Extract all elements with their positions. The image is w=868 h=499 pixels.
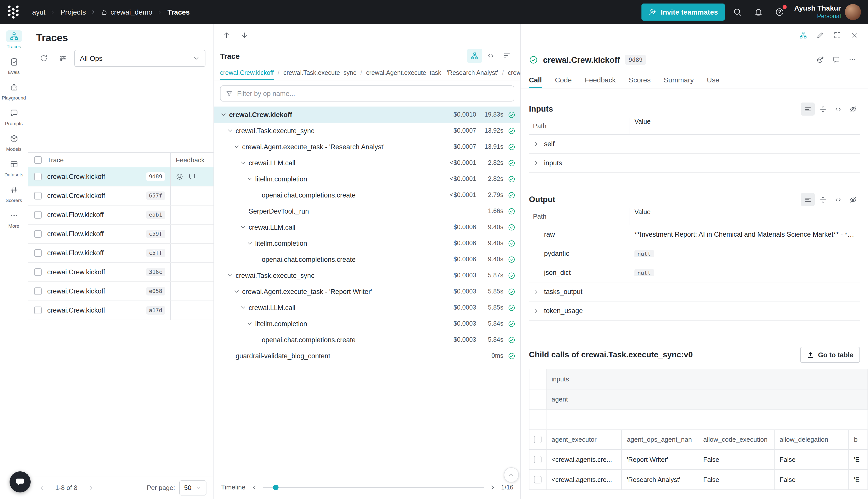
add-reaction-icon[interactable] [813, 53, 828, 67]
row-checkbox[interactable] [34, 268, 41, 276]
chevron-right-icon[interactable] [533, 307, 541, 314]
chevron-right-icon[interactable] [533, 289, 541, 295]
chevron-right-icon[interactable] [533, 141, 541, 147]
peek-tab[interactable]: crewai.Task.execute_sync [283, 65, 356, 80]
peek-tab[interactable]: crewai.Crew.kickoff [220, 65, 274, 80]
timeline-prev-icon[interactable] [250, 484, 258, 491]
trace-tree-row[interactable]: litellm.completion $0.0003 5.84s [214, 316, 520, 332]
chevron-down-icon[interactable] [226, 127, 236, 134]
chevron-right-icon[interactable] [533, 160, 541, 166]
more-options-icon[interactable] [845, 53, 860, 67]
chevron-down-icon[interactable] [246, 240, 255, 247]
breadcrumb-project[interactable]: crewai_demo [101, 8, 152, 16]
call-id-badge[interactable]: 9d89 [625, 55, 646, 65]
trace-row[interactable]: crewai.Flow.kickoff eab1 [28, 206, 213, 224]
trace-row[interactable]: crewai.Flow.kickoff c59f [28, 224, 213, 244]
output-row-json-dict[interactable]: json_dict null [529, 263, 860, 282]
row-checkbox[interactable] [534, 456, 542, 463]
trace-row[interactable]: crewai.Crew.kickoff 316c [28, 263, 213, 282]
op-filter-text[interactable] [237, 90, 509, 97]
breadcrumb-org[interactable]: ayut [32, 8, 46, 16]
refresh-icon[interactable] [36, 51, 51, 65]
trace-row[interactable]: crewai.Flow.kickoff c5ff [28, 244, 213, 263]
op-filter-input[interactable] [220, 85, 514, 101]
breadcrumb-page[interactable]: Traces [168, 8, 190, 16]
trace-tree-row[interactable]: crewai.Task.execute_sync $0.0003 5.87s [214, 267, 520, 283]
list-view-icon[interactable] [801, 102, 815, 115]
cell-allow-delegation[interactable]: False [774, 450, 849, 470]
breadcrumb-projects[interactable]: Projects [61, 8, 86, 16]
filter-settings-icon[interactable] [55, 51, 70, 65]
cell-allow-code-execution[interactable]: False [698, 450, 774, 470]
select-all-checkbox[interactable] [34, 156, 41, 163]
column-header[interactable]: allow_delegation [774, 430, 849, 450]
chevron-down-icon[interactable] [233, 143, 242, 150]
cell-allow-delegation[interactable]: False [774, 470, 849, 490]
input-row-self[interactable]: self [529, 135, 860, 154]
flame-view-icon[interactable] [499, 49, 514, 63]
cell-backstory[interactable]: 'E [849, 470, 868, 490]
next-call-icon[interactable] [237, 28, 252, 42]
peek-tree-icon[interactable] [796, 28, 811, 42]
chevron-down-icon[interactable] [220, 111, 229, 118]
code-view-icon[interactable] [831, 193, 845, 206]
edit-icon[interactable] [813, 28, 828, 42]
cell-allow-code-execution[interactable]: False [698, 470, 774, 490]
cell-agent-name[interactable]: 'Report Writer' [622, 450, 698, 470]
wandb-logo[interactable] [0, 0, 26, 24]
close-icon[interactable] [847, 28, 862, 42]
row-checkbox[interactable] [34, 173, 41, 180]
timeline-next-icon[interactable] [489, 484, 496, 491]
account-menu[interactable]: Ayush Thakur Personal [794, 4, 841, 20]
go-to-table-button[interactable]: Go to table [800, 347, 860, 363]
reaction-smiley-icon[interactable] [176, 173, 183, 180]
column-header-feedback[interactable]: Feedback [170, 153, 213, 167]
column-header[interactable]: allow_code_execution [698, 430, 774, 450]
trace-row[interactable]: crewai.Crew.kickoff e058 [28, 282, 213, 301]
notifications-bell-icon[interactable] [750, 3, 767, 21]
chevron-down-icon[interactable] [246, 320, 255, 327]
output-row-token-usage[interactable]: token_usage [529, 302, 860, 320]
tab-call[interactable]: Call [529, 71, 542, 88]
peek-tab[interactable]: crewai.LLM.cal [508, 65, 520, 80]
row-checkbox[interactable] [534, 476, 542, 484]
fullscreen-icon[interactable] [830, 28, 845, 42]
expand-rows-icon[interactable] [816, 102, 830, 115]
trace-tree-row[interactable]: crewai.Agent.execute_task - 'Research An… [214, 139, 520, 155]
input-row-inputs[interactable]: inputs [529, 154, 860, 173]
trace-tree-row[interactable]: crewai.Agent.execute_task - 'Report Writ… [214, 283, 520, 300]
sidebar-item-more[interactable]: More [1, 209, 27, 229]
trace-tree-row[interactable]: crewai.LLM.call <$0.0001 2.82s [214, 155, 520, 171]
trace-row[interactable]: crewai.Crew.kickoff 657f [28, 186, 213, 206]
row-checkbox[interactable] [34, 211, 41, 219]
trace-tree-row[interactable]: crewai.LLM.call $0.0003 5.85s [214, 300, 520, 316]
comment-icon[interactable] [829, 53, 844, 67]
chevron-down-icon[interactable] [239, 159, 249, 166]
trace-tree-row[interactable]: litellm.completion <$0.0001 2.82s [214, 171, 520, 187]
cell-agent-executor[interactable]: <crewai.agents.cre... [546, 470, 622, 490]
chevron-down-icon[interactable] [239, 223, 249, 231]
sidebar-item-evals[interactable]: Evals [1, 56, 27, 75]
trace-tree-row[interactable]: litellm.completion $0.0006 9.40s [214, 235, 520, 251]
column-header-trace[interactable]: Trace [47, 153, 170, 167]
select-all-checkbox[interactable] [534, 436, 542, 443]
timeline-scrubber[interactable] [262, 487, 484, 488]
user-avatar[interactable] [845, 4, 861, 20]
tree-view-icon[interactable] [467, 49, 482, 63]
trace-tree-row[interactable]: openai.chat.completions.create <$0.0001 … [214, 187, 520, 203]
chevron-down-icon[interactable] [233, 288, 242, 295]
sidebar-item-scorers[interactable]: Scorers [1, 184, 27, 203]
peek-tab[interactable]: crewai.Agent.execute_task - 'Research An… [366, 65, 498, 80]
tab-use[interactable]: Use [707, 71, 719, 88]
help-icon[interactable] [771, 3, 788, 21]
cell-backstory[interactable]: 'E [849, 450, 868, 470]
trace-tree-row[interactable]: SerperDevTool._run 1.66s [214, 203, 520, 219]
row-checkbox[interactable] [34, 192, 41, 199]
expand-rows-icon[interactable] [816, 193, 830, 206]
per-page-select[interactable]: 50 [179, 480, 207, 495]
hide-values-icon[interactable] [846, 102, 860, 115]
cell-agent-name[interactable]: 'Research Analyst' [622, 470, 698, 490]
column-header[interactable]: b [849, 430, 868, 450]
previous-call-icon[interactable] [219, 28, 234, 42]
chevron-down-icon[interactable] [226, 272, 236, 279]
